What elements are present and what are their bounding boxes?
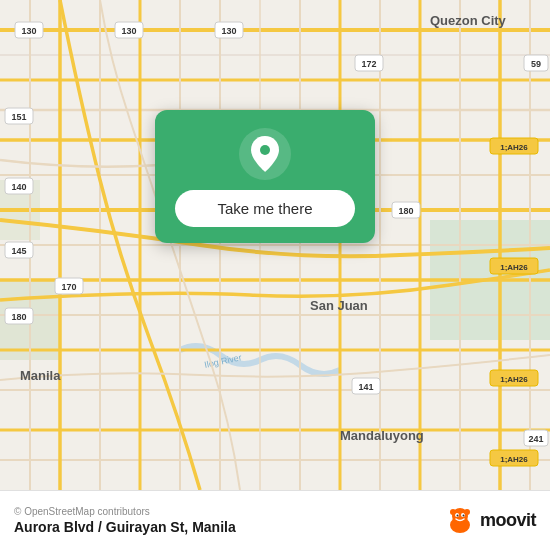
svg-text:59: 59 [531,59,541,69]
map-container: Ilog River [0,0,550,490]
map-attribution: © OpenStreetMap contributors [14,506,236,517]
svg-text:241: 241 [528,434,543,444]
moovit-mascot-icon [444,505,476,537]
svg-text:1;AH26: 1;AH26 [500,455,528,464]
svg-text:1;AH26: 1;AH26 [500,263,528,272]
take-me-there-button[interactable]: Take me there [175,190,355,227]
mandaluyong-label: Mandaluyong [340,428,424,443]
svg-text:172: 172 [361,59,376,69]
location-pin-icon [239,128,291,180]
svg-text:130: 130 [221,26,236,36]
svg-point-75 [450,509,456,515]
bottom-bar: © OpenStreetMap contributors Aurora Blvd… [0,490,550,550]
svg-text:145: 145 [11,246,26,256]
svg-text:1;AH26: 1;AH26 [500,375,528,384]
svg-text:170: 170 [61,282,76,292]
svg-point-68 [260,145,270,155]
svg-text:141: 141 [358,382,373,392]
svg-text:130: 130 [121,26,136,36]
svg-text:1;AH26: 1;AH26 [500,143,528,152]
moovit-brand-text: moovit [480,510,536,531]
manila-label: Manila [20,368,61,383]
svg-text:130: 130 [21,26,36,36]
svg-text:180: 180 [11,312,26,322]
svg-point-74 [462,514,464,516]
location-card: Take me there [155,110,375,243]
svg-text:151: 151 [11,112,26,122]
location-name: Aurora Blvd / Guirayan St, Manila [14,519,236,535]
svg-point-73 [456,514,458,516]
svg-text:140: 140 [11,182,26,192]
map-background: Ilog River [0,0,550,490]
svg-text:180: 180 [398,206,413,216]
svg-point-76 [464,509,470,515]
moovit-logo: moovit [444,505,536,537]
quezon-city-label: Quezon City [430,13,507,28]
san-juan-label: San Juan [310,298,368,313]
bottom-left-info: © OpenStreetMap contributors Aurora Blvd… [14,506,236,535]
